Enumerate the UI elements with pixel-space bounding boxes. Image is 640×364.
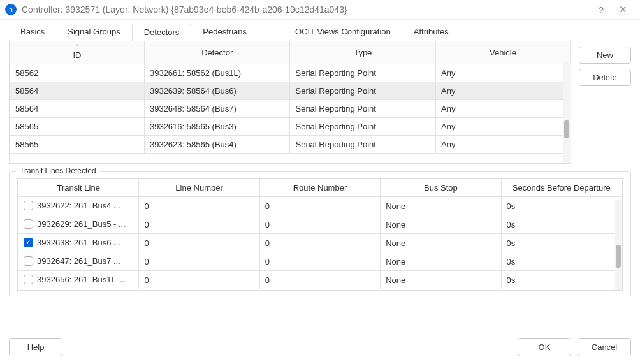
cell-transit-line: 3932629: 261_Bus5 - ... <box>18 215 139 234</box>
checkbox[interactable] <box>24 201 33 210</box>
help-button[interactable]: Help <box>9 338 62 356</box>
col-line-number[interactable]: Line Number <box>139 179 259 197</box>
cell-route-number: 0 <box>259 197 380 215</box>
checkbox[interactable] <box>24 219 33 229</box>
table-row[interactable]: 3932622: 261_Bus4 ...00None0s <box>18 197 622 215</box>
cell-transit-line: 3932647: 261_Bus7 ... <box>18 252 139 271</box>
cell-transit-line: 3932622: 261_Bus4 ... <box>18 197 139 215</box>
transit-line-label: 3932656: 261_Bus1L ... <box>37 275 125 284</box>
cell-route-number: 0 <box>259 234 380 252</box>
checkbox[interactable] <box>24 256 33 266</box>
transit-table-container: Transit Line Line Number Route Number Bu… <box>17 178 623 291</box>
detectors-table-container: ⌃ID Detector Type Vehicle 585623932661: … <box>9 41 571 164</box>
table-row[interactable]: 585623932661: 58562 (Bus1L)Serial Report… <box>10 64 571 82</box>
scrollbar-thumb[interactable] <box>616 245 621 268</box>
groupbox-legend: Transit Lines Detected <box>16 166 100 175</box>
detectors-area: ⌃ID Detector Type Vehicle 585623932661: … <box>9 41 631 164</box>
table-row[interactable]: 585643932648: 58564 (Bus7)Serial Reporti… <box>10 100 571 118</box>
app-icon: n <box>5 4 17 15</box>
checkbox[interactable] <box>24 275 33 284</box>
cell-type: Serial Reporting Point <box>290 100 436 118</box>
cell-detector: 3932639: 58564 (Bus6) <box>144 82 290 100</box>
detectors-table[interactable]: ⌃ID Detector Type Vehicle 585623932661: … <box>10 41 571 154</box>
cell-bus-stop: None <box>381 252 501 271</box>
table-row[interactable]: 585653932616: 58565 (Bus3)Serial Reporti… <box>10 118 571 136</box>
cell-type: Serial Reporting Point <box>290 82 436 100</box>
table-header-row: ⌃ID Detector Type Vehicle <box>10 41 571 64</box>
content: Basics Signal Groups Detectors Pedestria… <box>0 20 640 333</box>
cell-seconds-before: 0s <box>501 271 622 289</box>
col-vehicle[interactable]: Vehicle <box>436 41 571 64</box>
cell-seconds-before: 0s <box>501 215 622 234</box>
cell-detector: 3932648: 58564 (Bus7) <box>144 100 290 118</box>
cell-id: 58564 <box>10 100 145 118</box>
cell-bus-stop: None <box>381 234 501 252</box>
side-buttons: New Delete <box>579 41 631 164</box>
cell-type: Serial Reporting Point <box>290 118 436 136</box>
table-row[interactable]: 585643932639: 58564 (Bus6)Serial Reporti… <box>10 82 571 100</box>
scrollbar-thumb[interactable] <box>564 120 569 138</box>
table-row[interactable]: 3932629: 261_Bus5 - ...00None0s <box>18 215 622 234</box>
cell-transit-line: 3932656: 261_Bus1L ... <box>18 271 139 289</box>
table-row[interactable]: 3932638: 261_Bus6 ...00None0s <box>18 234 622 252</box>
cell-vehicle: Any <box>436 64 571 82</box>
col-transit-line[interactable]: Transit Line <box>18 179 139 197</box>
tab-detectors[interactable]: Detectors <box>132 24 192 41</box>
table-row[interactable]: 3932647: 261_Bus7 ...00None0s <box>18 252 622 271</box>
cell-vehicle: Any <box>436 136 571 154</box>
tab-basics[interactable]: Basics <box>9 24 56 41</box>
cell-id: 58562 <box>10 64 145 82</box>
cell-route-number: 0 <box>259 215 380 234</box>
tab-signal-groups[interactable]: Signal Groups <box>56 24 131 41</box>
transit-line-label: 3932629: 261_Bus5 - ... <box>37 219 126 229</box>
col-type[interactable]: Type <box>290 41 436 64</box>
cell-line-number: 0 <box>139 197 259 215</box>
cell-type: Serial Reporting Point <box>290 136 436 154</box>
cell-line-number: 0 <box>139 271 259 289</box>
spacer <box>69 338 511 356</box>
table-row[interactable]: 585653932623: 58565 (Bus4)Serial Reporti… <box>10 136 571 154</box>
cell-vehicle: Any <box>436 100 571 118</box>
cell-type: Serial Reporting Point <box>290 64 436 82</box>
tab-attributes[interactable]: Attributes <box>402 24 460 41</box>
ok-button[interactable]: OK <box>518 338 571 356</box>
cell-seconds-before: 0s <box>501 197 622 215</box>
dialog-footer: Help OK Cancel <box>0 333 640 364</box>
cell-id: 58565 <box>10 118 145 136</box>
cell-seconds-before: 0s <box>501 234 622 252</box>
cell-detector: 3932623: 58565 (Bus4) <box>144 136 290 154</box>
cell-transit-line: 3932638: 261_Bus6 ... <box>18 234 139 252</box>
tab-pedestrians[interactable]: Pedestrians <box>191 24 258 41</box>
delete-button[interactable]: Delete <box>579 69 631 86</box>
cell-bus-stop: None <box>381 215 501 234</box>
cell-id: 58565 <box>10 136 145 154</box>
cell-bus-stop: None <box>381 197 501 215</box>
cell-detector: 3932661: 58562 (Bus1L) <box>144 64 290 82</box>
col-seconds-before[interactable]: Seconds Before Departure <box>501 179 622 197</box>
checkbox[interactable] <box>24 238 33 247</box>
tab-ocit-views[interactable]: OCIT Views Configuration <box>284 24 402 41</box>
sort-caret-icon: ⌃ <box>15 45 139 49</box>
col-detector[interactable]: Detector <box>144 41 290 64</box>
cancel-button[interactable]: Cancel <box>578 338 631 356</box>
table-row[interactable]: 3932656: 261_Bus1L ...00None0s <box>18 271 622 289</box>
help-icon[interactable]: ? <box>590 4 612 15</box>
cell-id: 58564 <box>10 82 145 100</box>
titlebar: n Controller: 3932571 (Layer: Network) {… <box>0 0 640 20</box>
cell-vehicle: Any <box>436 82 571 100</box>
transit-line-label: 3932647: 261_Bus7 ... <box>37 256 120 266</box>
transit-table[interactable]: Transit Line Line Number Route Number Bu… <box>18 179 622 289</box>
col-bus-stop[interactable]: Bus Stop <box>381 179 501 197</box>
cell-seconds-before: 0s <box>501 252 622 271</box>
cell-line-number: 0 <box>139 234 259 252</box>
transit-scrollbar[interactable] <box>615 200 622 290</box>
col-id[interactable]: ⌃ID <box>10 41 145 64</box>
new-button[interactable]: New <box>579 47 631 64</box>
detectors-scrollbar[interactable] <box>563 62 571 163</box>
cell-detector: 3932616: 58565 (Bus3) <box>144 118 290 136</box>
transit-line-label: 3932622: 261_Bus4 ... <box>37 201 120 210</box>
cell-route-number: 0 <box>259 271 380 289</box>
col-route-number[interactable]: Route Number <box>259 179 380 197</box>
close-icon[interactable]: ✕ <box>612 4 634 15</box>
cell-bus-stop: None <box>381 271 501 289</box>
